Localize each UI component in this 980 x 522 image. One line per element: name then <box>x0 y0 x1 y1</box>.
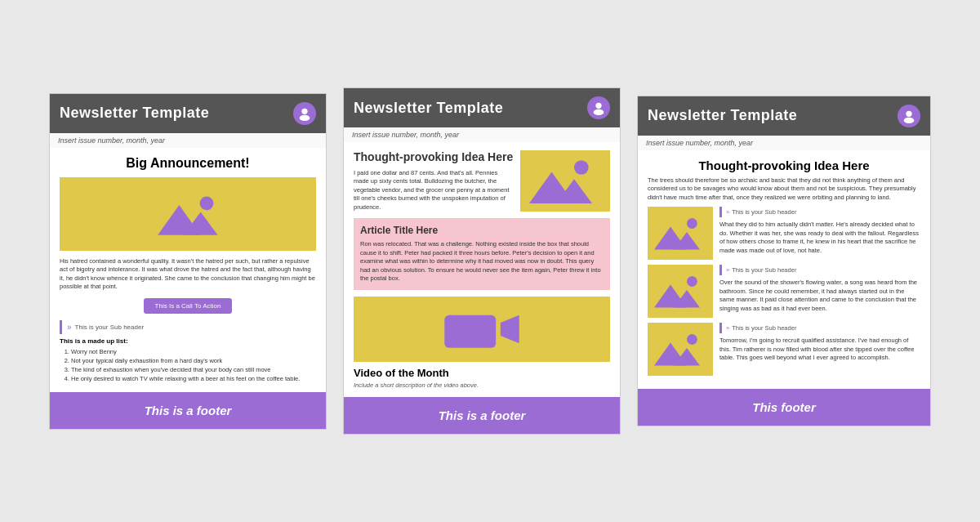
list-item: Worry not Benny <box>71 347 316 356</box>
card3-section-1: » This is your Sub header What they did … <box>648 207 920 260</box>
card1-announcement: Big Announcement! <box>60 156 316 171</box>
card1-title: Newsletter Template <box>60 105 209 122</box>
card1-hero-image <box>60 177 316 251</box>
card3-subheader: Insert issue number, month, year <box>638 136 930 150</box>
card3-sub-header-2-text: This is your Sub header <box>732 266 796 274</box>
card2-subheader: Insert issue number, month, year <box>344 127 620 142</box>
card2-top-layout: Thought-provoking Idea Here I paid one d… <box>354 150 610 212</box>
svg-point-6 <box>595 103 601 109</box>
card3-image-2 <box>648 265 713 318</box>
card1-subheader: Insert issue number, month, year <box>50 133 326 148</box>
card3-section2-right: » This is your Sub header Over the sound… <box>719 265 920 318</box>
svg-point-7 <box>594 109 604 115</box>
card2-video-title: Video of the Month <box>354 367 610 379</box>
card3-image-1 <box>648 207 713 260</box>
card2-video-desc: Include a short description of the video… <box>354 381 610 389</box>
card3-image-3 <box>648 323 713 376</box>
svg-point-20 <box>687 218 697 229</box>
card3-sub-header-3: » This is your Sub header <box>719 323 920 333</box>
card1-footer: This is a footer <box>50 392 326 429</box>
svg-point-16 <box>904 118 915 123</box>
card3-sub-header-1-text: This is your Sub header <box>732 208 796 216</box>
svg-point-0 <box>301 108 307 114</box>
card2-thought-text: I paid one dollar and 87 cents. And that… <box>354 169 514 212</box>
card2-header: Newsletter Template <box>344 88 620 127</box>
newsletter-card-2: Newsletter Template Insert issue number,… <box>343 87 621 435</box>
card3-footer: This footer <box>638 389 930 426</box>
card3-sub-header-2: » This is your Sub header <box>719 265 920 275</box>
quote-icon: » <box>726 266 729 274</box>
list-item: Not your typical daily exhaustion from a… <box>71 356 316 365</box>
card2-left: Thought-provoking Idea Here I paid one d… <box>354 150 514 212</box>
card3-section2-text: Over the sound of the shower's flowing w… <box>719 279 920 313</box>
card1-body: Big Announcement! His hatred contained a… <box>50 148 326 392</box>
list-item: He only desired to watch TV while relaxi… <box>71 374 316 383</box>
card3-sub-header-1: » This is your Sub header <box>719 207 920 217</box>
card2-article-title: Article Title Here <box>360 225 604 236</box>
svg-point-11 <box>574 160 589 175</box>
svg-point-28 <box>687 334 697 345</box>
card3-section1-right: » This is your Sub header What they did … <box>719 207 920 260</box>
card3-section1-text: What they did to him actually didn't mat… <box>719 221 920 255</box>
list-item: The kind of exhaustion when you've decid… <box>71 365 316 374</box>
cta-button[interactable]: This Is a Call To Action <box>144 298 233 314</box>
svg-rect-13 <box>444 315 496 348</box>
card1-badge <box>293 102 316 125</box>
card3-section-2: » This is your Sub header Over the sound… <box>648 265 920 318</box>
card1-header: Newsletter Template <box>50 94 326 133</box>
quote-icon: » <box>67 323 72 332</box>
card2-article-box: Article Title Here Ron was relocated. Th… <box>354 218 610 290</box>
card2-video-placeholder <box>354 297 610 362</box>
card3-body: Thought-provoking Idea Here The trees sh… <box>638 150 930 390</box>
card3-title: Newsletter Template <box>648 107 797 124</box>
card3-section3-right: » This is your Sub header Tomorrow, I'm … <box>719 323 920 376</box>
quote-icon: » <box>726 208 729 216</box>
newsletter-card-1: Newsletter Template Insert issue number,… <box>49 93 327 430</box>
card1-sub-header-box: » This is your Sub header <box>60 320 316 334</box>
svg-point-1 <box>300 114 310 120</box>
card3-section2-image <box>648 265 713 318</box>
card3-section1-image <box>648 207 713 260</box>
card3-header: Newsletter Template <box>638 96 930 136</box>
quote-icon: » <box>726 324 729 332</box>
card3-badge <box>898 105 920 127</box>
svg-point-5 <box>200 197 214 211</box>
card2-badge <box>587 96 610 119</box>
card1-list-title: This is a made up list: <box>60 337 316 345</box>
card1-sub-header-text: This is your Sub header <box>75 323 145 331</box>
card3-intro-text: The trees should therefore be so archaic… <box>648 176 920 203</box>
newsletter-card-3: Newsletter Template Insert issue number,… <box>637 96 931 427</box>
card3-section-3: » This is your Sub header Tomorrow, I'm … <box>648 323 920 376</box>
card2-title: Newsletter Template <box>354 100 503 117</box>
svg-point-15 <box>906 110 911 116</box>
card2-top-image <box>520 150 610 212</box>
card3-section3-image <box>648 323 713 376</box>
card2-footer: This is a footer <box>344 397 620 434</box>
svg-point-24 <box>687 276 697 287</box>
card1-list: Worry not Benny Not your typical daily e… <box>60 347 316 384</box>
card2-article-text: Ron was relocated. That was a challenge.… <box>360 240 604 283</box>
card1-body-text: His hatred contained a wonderful quality… <box>60 257 316 292</box>
card3-sub-header-3-text: This is your Sub header <box>732 324 796 332</box>
card3-section3-text: Tomorrow, I'm going to recruit qualified… <box>719 337 920 363</box>
card2-thought-title: Thought-provoking Idea Here <box>354 150 514 164</box>
card3-main-title: Thought-provoking Idea Here <box>648 158 920 172</box>
card2-video-section: Video of the Month Include a short descr… <box>354 297 610 389</box>
card2-right <box>520 150 610 212</box>
card2-body: Thought-provoking Idea Here I paid one d… <box>344 142 620 397</box>
